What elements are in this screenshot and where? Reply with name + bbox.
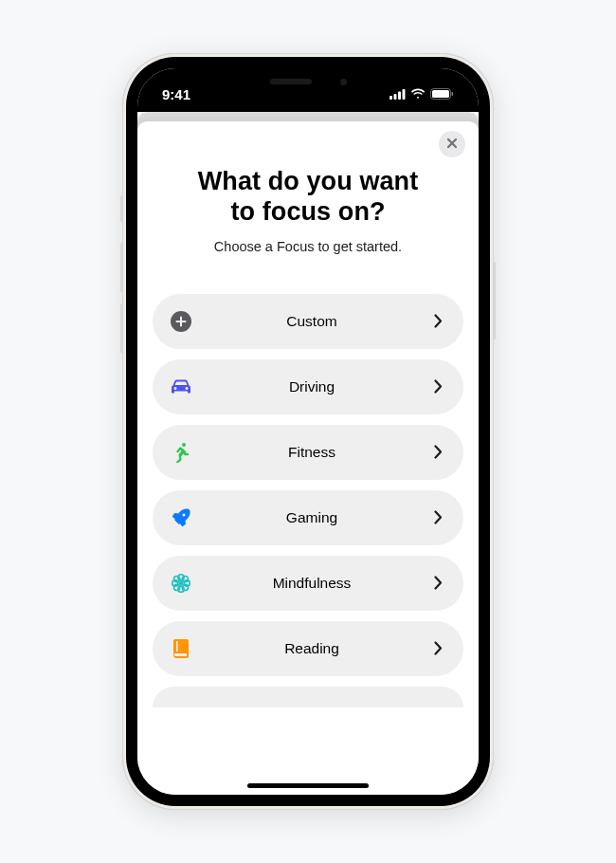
car-icon [168,374,194,400]
focus-option-custom[interactable]: Custom [153,294,463,349]
svg-point-9 [179,581,183,585]
title-line-1: What do you want [198,167,419,195]
svg-rect-1 [394,94,397,100]
focus-options-list: Custom Driving [137,266,479,795]
mute-switch [120,195,123,222]
phone-frame: 9:41 [122,53,494,810]
plus-circle-icon [168,308,194,335]
sheet-header: What do you want to focus on? Choose a F… [137,121,479,266]
chevron-right-icon [429,510,446,524]
focus-picker-sheet: What do you want to focus on? Choose a F… [137,121,479,795]
home-indicator[interactable] [247,783,369,788]
svg-rect-5 [432,90,449,98]
cellular-icon [390,89,406,100]
option-label: Custom [194,313,429,330]
side-button [493,262,496,340]
option-label: Gaming [194,509,429,526]
svg-point-8 [182,443,186,447]
focus-option-reading[interactable]: Reading [153,621,463,676]
chevron-right-icon [429,314,446,328]
focus-option-gaming[interactable]: Gaming [153,490,463,545]
title-line-2: to focus on? [230,197,385,226]
screen: 9:41 [137,68,479,795]
svg-rect-2 [398,91,401,100]
notch [237,68,379,95]
option-label: Driving [194,378,429,395]
wifi-icon [410,88,426,100]
close-button[interactable] [439,131,465,157]
chevron-right-icon [429,641,446,655]
page-title: What do you want to focus on? [160,167,456,228]
volume-down-button [120,303,123,353]
option-label: Fitness [194,444,429,461]
volume-up-button [120,243,123,292]
chevron-right-icon [429,576,446,590]
close-icon [446,136,458,153]
svg-rect-0 [390,96,392,100]
chevron-right-icon [429,445,446,459]
chevron-right-icon [429,379,446,394]
flower-icon [168,570,194,597]
phone-bezel: 9:41 [126,57,490,806]
option-label: Mindfulness [194,575,429,592]
book-icon [168,635,194,662]
svg-rect-6 [452,92,454,96]
svg-rect-18 [176,641,178,652]
focus-option-fitness[interactable]: Fitness [153,425,463,480]
focus-option-partial[interactable] [153,687,463,707]
runner-icon [168,439,194,466]
svg-rect-3 [403,89,406,100]
page-subtitle: Choose a Focus to get started. [160,239,456,254]
status-time: 9:41 [162,86,190,102]
status-icons [390,88,454,100]
battery-icon [430,88,454,100]
focus-option-mindfulness[interactable]: Mindfulness [153,556,463,611]
focus-option-driving[interactable]: Driving [153,359,463,414]
rocket-icon [168,505,194,531]
option-label: Reading [194,640,429,657]
